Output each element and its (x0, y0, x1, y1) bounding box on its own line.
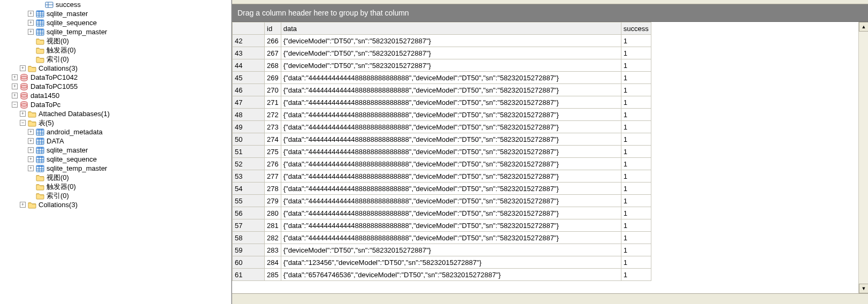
table-row[interactable]: 44268{"deviceModel":"DT50","sn":"5823201… (233, 59, 651, 72)
expand-toggle[interactable]: + (28, 20, 34, 26)
tree-folder-triggers-2[interactable]: 触发器(0) (1, 182, 231, 191)
cell-data[interactable]: {"data":"44444444444488888888888888","de… (281, 170, 621, 183)
table-row[interactable]: 50274{"data":"44444444444488888888888888… (233, 133, 651, 146)
cell-id[interactable]: 272 (265, 109, 281, 121)
cell-id[interactable]: 269 (265, 72, 281, 84)
cell-data[interactable]: {"data":"44444444444488888888888888","de… (281, 207, 621, 219)
cell-success[interactable]: 1 (621, 47, 651, 59)
cell-id[interactable]: 270 (265, 84, 281, 96)
cell-id[interactable]: 275 (265, 146, 281, 158)
table-row[interactable]: 46270{"data":"44444444444488888888888888… (233, 84, 651, 96)
row-number-cell[interactable]: 60 (233, 256, 265, 269)
tree-db-data1450[interactable]: + data1450 (1, 91, 231, 100)
cell-data[interactable]: {"deviceModel":"DT50","sn":"582320152728… (281, 35, 621, 47)
cell-data[interactable]: {"data":"44444444444488888888888888","de… (281, 84, 621, 96)
expand-toggle[interactable]: + (28, 11, 34, 17)
cell-data[interactable]: {"data":"44444444444488888888888888","de… (281, 195, 621, 207)
expand-toggle[interactable]: + (20, 202, 26, 208)
expand-toggle[interactable]: + (28, 138, 34, 144)
table-row[interactable]: 49273{"data":"44444444444488888888888888… (233, 121, 651, 133)
expand-toggle[interactable]: + (28, 129, 34, 135)
row-number-cell[interactable]: 44 (233, 59, 265, 72)
cell-success[interactable]: 1 (621, 207, 651, 219)
tree-folder-views[interactable]: 视图(0) (1, 36, 231, 45)
tree-table-sqlite-sequence[interactable]: + sqlite_sequence (1, 18, 231, 27)
tree-folder-indexes-2[interactable]: 索引(0) (1, 191, 231, 200)
row-number-cell[interactable]: 48 (233, 109, 265, 121)
row-number-cell[interactable]: 50 (233, 133, 265, 146)
tree-folder-indexes[interactable]: 索引(0) (1, 55, 231, 64)
cell-success[interactable]: 1 (621, 269, 651, 281)
grid-body[interactable]: id data success 42266{"deviceModel":"DT5… (232, 22, 858, 293)
tree-panel[interactable]: success + sqlite_master + sqlite_sequenc… (0, 0, 232, 304)
cell-success[interactable]: 1 (621, 256, 651, 269)
table-row[interactable]: 57281{"data":"44444444444488888888888888… (233, 219, 651, 232)
table-row[interactable]: 53277{"data":"44444444444488888888888888… (233, 170, 651, 183)
cell-data[interactable]: {"data":"65764746536","deviceModel":"DT5… (281, 269, 621, 281)
expand-toggle[interactable]: + (28, 156, 34, 162)
cell-success[interactable]: 1 (621, 72, 651, 84)
expand-toggle[interactable]: + (28, 29, 34, 35)
cell-success[interactable]: 1 (621, 232, 651, 244)
cell-success[interactable]: 1 (621, 158, 651, 170)
scroll-down-arrow-icon[interactable]: ▼ (859, 284, 868, 293)
tree-folder-collations-2[interactable]: + Collations(3) (1, 200, 231, 209)
tree-folder-collations[interactable]: + Collations(3) (1, 64, 231, 73)
cell-data[interactable]: {"data":"44444444444488888888888888","de… (281, 219, 621, 232)
row-number-cell[interactable]: 58 (233, 232, 265, 244)
scroll-up-arrow-icon[interactable]: ▲ (859, 22, 868, 32)
table-row[interactable]: 51275{"data":"44444444444488888888888888… (233, 146, 651, 158)
row-number-cell[interactable]: 55 (233, 195, 265, 207)
table-row[interactable]: 48272{"data":"44444444444488888888888888… (233, 109, 651, 121)
expand-toggle[interactable]: + (20, 65, 26, 71)
cell-id[interactable]: 268 (265, 59, 281, 72)
expand-toggle[interactable]: + (28, 147, 34, 153)
cell-data[interactable]: {"data":"44444444444488888888888888","de… (281, 109, 621, 121)
cell-id[interactable]: 281 (265, 219, 281, 232)
row-number-cell[interactable]: 43 (233, 47, 265, 59)
cell-id[interactable]: 283 (265, 244, 281, 256)
cell-data[interactable]: {"deviceModel":"DT50","sn":"582320152728… (281, 244, 621, 256)
cell-success[interactable]: 1 (621, 170, 651, 183)
column-header-success[interactable]: success (621, 22, 651, 35)
collapse-toggle[interactable]: − (20, 120, 26, 126)
column-header-rownum[interactable] (233, 22, 265, 35)
cell-id[interactable]: 285 (265, 269, 281, 281)
table-row[interactable]: 45269{"data":"44444444444488888888888888… (233, 72, 651, 84)
table-row[interactable]: 43267{"deviceModel":"DT50","sn":"5823201… (233, 47, 651, 59)
cell-id[interactable]: 279 (265, 195, 281, 207)
tree-folder-views-2[interactable]: 视图(0) (1, 173, 231, 182)
cell-id[interactable]: 282 (265, 232, 281, 244)
tree-table-sqlite-sequence-2[interactable]: + sqlite_sequence (1, 155, 231, 164)
row-number-cell[interactable]: 53 (233, 170, 265, 183)
cell-id[interactable]: 274 (265, 133, 281, 146)
table-row[interactable]: 52276{"data":"44444444444488888888888888… (233, 158, 651, 170)
cell-data[interactable]: {"data":"44444444444488888888888888","de… (281, 96, 621, 109)
cell-id[interactable]: 276 (265, 158, 281, 170)
cell-success[interactable]: 1 (621, 195, 651, 207)
cell-success[interactable]: 1 (621, 35, 651, 47)
cell-data[interactable]: {"data":"44444444444488888888888888","de… (281, 232, 621, 244)
cell-success[interactable]: 1 (621, 96, 651, 109)
cell-data[interactable]: {"data":"44444444444488888888888888","de… (281, 158, 621, 170)
table-row[interactable]: 47271{"data":"44444444444488888888888888… (233, 96, 651, 109)
table-row[interactable]: 59283{"deviceModel":"DT50","sn":"5823201… (233, 244, 651, 256)
tree-table-sqlite-master[interactable]: + sqlite_master (1, 9, 231, 18)
table-row[interactable]: 54278{"data":"44444444444488888888888888… (233, 183, 651, 195)
tree-field-success[interactable]: success (1, 0, 231, 9)
tree-db-datatopc1042[interactable]: + DataToPC1042 (1, 73, 231, 82)
cell-data[interactable]: {"data":"44444444444488888888888888","de… (281, 133, 621, 146)
cell-id[interactable]: 267 (265, 47, 281, 59)
cell-id[interactable]: 271 (265, 96, 281, 109)
scrollbar-track[interactable] (859, 32, 868, 284)
cell-success[interactable]: 1 (621, 146, 651, 158)
column-header-id[interactable]: id (265, 22, 281, 35)
cell-success[interactable]: 1 (621, 219, 651, 232)
table-row[interactable]: 61285{"data":"65764746536","deviceModel"… (233, 269, 651, 281)
tree-db-datatopc[interactable]: − DataToPc (1, 100, 231, 109)
row-number-cell[interactable]: 51 (233, 146, 265, 158)
cell-data[interactable]: {"deviceModel":"DT50","sn":"582320152728… (281, 47, 621, 59)
row-number-cell[interactable]: 59 (233, 244, 265, 256)
data-grid[interactable]: id data success 42266{"deviceModel":"DT5… (232, 22, 651, 281)
cell-data[interactable]: {"data":"44444444444488888888888888","de… (281, 183, 621, 195)
